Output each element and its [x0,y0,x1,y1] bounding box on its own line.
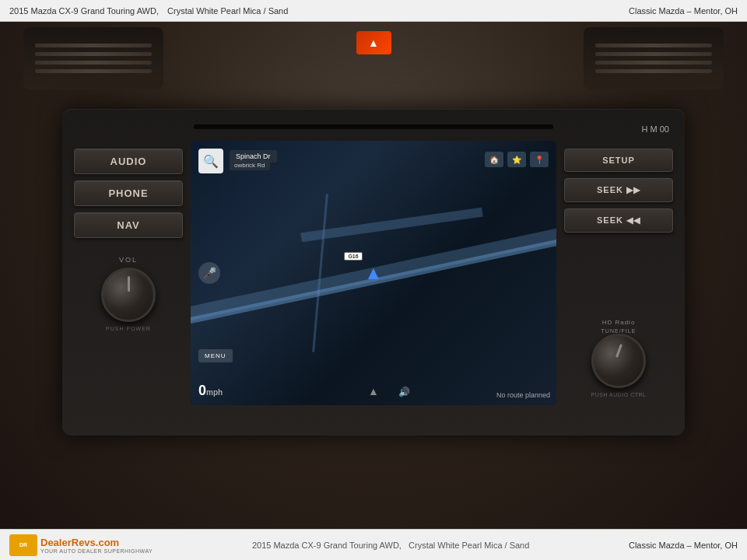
nav-volume-icon: 🔊 [398,387,410,397]
navigation-screen: 🔍 Spinach Dr owbrick Rd 🎤 G16 🏠 ⭐ 📍 [191,141,556,405]
header-left: 2015 Mazda CX-9 Grand Touring AWD, Cryst… [9,6,288,16]
footer-center: 2015 Mazda CX-9 Grand Touring AWD, Cryst… [252,541,529,550]
nav-highway-badge: G16 [344,252,362,261]
footer-dealer: Classic Mazda – Mentor, OH [629,541,738,550]
nav-map: 🔍 Spinach Dr owbrick Rd 🎤 G16 🏠 ⭐ 📍 [191,141,556,405]
hd-radio-label: HD Radio [602,319,636,326]
nav-icon-2: ⭐ [507,152,526,167]
nav-no-route-text: No route planned [496,391,550,399]
push-audio-ctrl-label: PUSH AUDIO CTRL [591,392,647,397]
tune-knob[interactable] [591,334,646,388]
header-color-trim: Crystal White Pearl Mica / Sand [167,6,288,16]
map-road [300,208,482,243]
right-button-panel: SETUP SEEK ▶▶ SEEK ◀◀ HD Radio TUNE/FILE… [564,141,673,405]
vent-top-left [23,27,163,89]
header-dealer: Classic Mazda – Mentor, OH [629,6,738,16]
infotainment-console: H M 00 AUDIO PHONE NAV VOL PUSH POWER [62,109,685,436]
nav-speed-unit: mph [206,388,223,397]
vent-slat [595,52,712,56]
vol-label: VOL [119,256,138,264]
dealer-logo: DR DealerRevs.com Your Auto Dealer Super… [9,534,153,556]
header-bar: 2015 Mazda CX-9 Grand Touring AWD, Cryst… [0,0,747,22]
footer-right: Classic Mazda – Mentor, OH [629,541,738,550]
audio-button[interactable]: AUDIO [74,149,183,174]
header-center: Classic Mazda – Mentor, OH [629,6,738,16]
vent-slat [35,69,152,73]
vent-slat [595,69,712,73]
nav-up-arrow: ▲ [368,385,379,397]
hazard-area: ▲ [350,31,397,58]
tune-knob-area: HD Radio TUNE/FILE PUSH AUDIO CTRL [564,319,673,405]
footer-color-trim: Crystal White Pearl Mica / Sand [409,541,529,550]
nav-speed-value: 0 [198,383,206,398]
vent-slat [595,61,712,65]
left-button-panel: AUDIO PHONE NAV VOL PUSH POWER [74,141,183,405]
phone-button[interactable]: PHONE [74,180,183,206]
time-display: H M 00 [642,124,669,134]
cd-slot[interactable] [194,124,553,129]
seek-forward-button[interactable]: SEEK ▶▶ [564,178,673,202]
nav-street-label: owbrick Rd [230,160,270,170]
nav-icons-row: 🏠 ⭐ 📍 [485,152,549,167]
setup-button[interactable]: SETUP [564,149,673,172]
map-road [312,194,328,352]
volume-knob[interactable] [101,268,156,322]
nav-position-arrow: ▲ [364,262,383,284]
vent-slat [35,44,152,47]
hazard-button[interactable]: ▲ [356,31,391,54]
dealer-logo-text: DealerRevs.com Your Auto Dealer SuperHig… [40,537,153,554]
dealer-site-text: DealerRevs.com [40,537,153,548]
vent-slat [595,44,712,47]
nav-icon-3: 📍 [530,152,549,167]
footer-left: DR DealerRevs.com Your Auto Dealer Super… [9,534,153,556]
nav-mic-button[interactable]: 🎤 [198,262,220,284]
seek-back-button[interactable]: SEEK ◀◀ [564,208,673,233]
push-power-label: PUSH POWER [106,326,151,331]
nav-search-button[interactable]: 🔍 [198,149,223,173]
nav-button[interactable]: NAV [74,212,183,238]
tune-file-label: TUNE/FILE [601,328,637,334]
dealer-logo-icon: DR [9,534,37,556]
volume-knob-area: VOL PUSH POWER [74,256,183,331]
vent-slat [35,52,152,56]
nav-icon-1: 🏠 [485,152,503,167]
footer-car-name: 2015 Mazda CX-9 Grand Touring AWD, [252,541,402,550]
car-interior: 2015 Mazda CX-9 Grand Touring AWD, Cryst… [0,0,747,560]
header-car-name: 2015 Mazda CX-9 Grand Touring AWD, [9,6,159,16]
vent-top-right [584,27,724,89]
vent-slat [35,61,152,65]
dealer-tagline-text: Your Auto Dealer SuperHighway [40,548,153,554]
nav-menu-button[interactable]: MENU [198,349,233,362]
nav-speed-display: 0mph [198,383,223,399]
footer-bar: DR DealerRevs.com Your Auto Dealer Super… [0,529,747,560]
dealer-revs-icon-text: DR [19,542,27,548]
